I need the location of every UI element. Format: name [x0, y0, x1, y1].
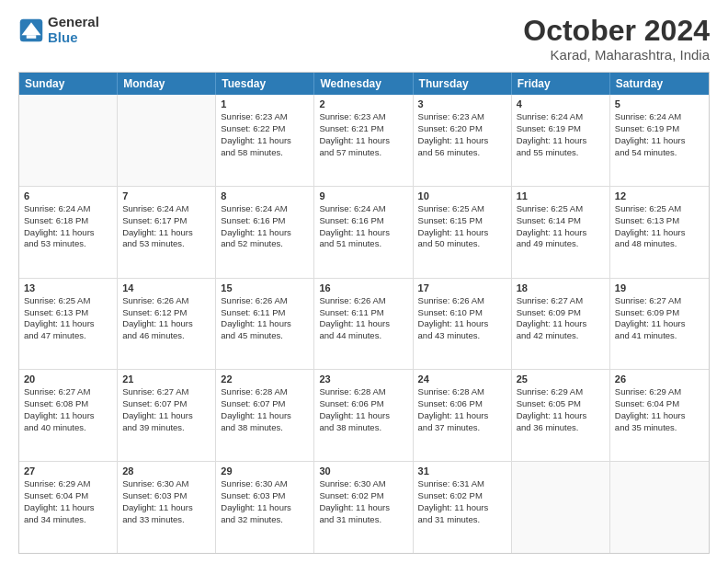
cell-line: Sunset: 6:03 PM [221, 490, 309, 502]
cell-line: Sunset: 6:09 PM [517, 307, 605, 319]
cell-line: Sunset: 6:02 PM [319, 490, 407, 502]
cell-line: Daylight: 11 hours [122, 227, 210, 239]
day-number: 3 [418, 98, 506, 109]
cell-line: Sunset: 6:19 PM [517, 123, 605, 135]
calendar-row-1: 1Sunrise: 6:23 AMSunset: 6:22 PMDaylight… [19, 95, 709, 187]
cell-line: Sunset: 6:04 PM [24, 490, 112, 502]
cell-line: Sunset: 6:15 PM [418, 215, 506, 227]
cell-line: Sunset: 6:06 PM [319, 398, 407, 410]
cell-line: Sunset: 6:05 PM [517, 398, 605, 410]
cell-line: Daylight: 11 hours [24, 410, 112, 422]
cell-line: Sunset: 6:21 PM [319, 123, 407, 135]
day-number: 5 [615, 98, 704, 109]
cal-cell: 20Sunrise: 6:27 AMSunset: 6:08 PMDayligh… [19, 370, 118, 461]
cell-line: Daylight: 11 hours [615, 227, 704, 239]
cal-cell [19, 95, 118, 186]
cal-cell: 23Sunrise: 6:28 AMSunset: 6:06 PMDayligh… [314, 370, 413, 461]
cal-cell: 16Sunrise: 6:26 AMSunset: 6:11 PMDayligh… [314, 279, 413, 370]
cell-line: Sunrise: 6:25 AM [418, 203, 506, 215]
cal-cell: 14Sunrise: 6:26 AMSunset: 6:12 PMDayligh… [118, 279, 216, 370]
cell-line: and 49 minutes. [517, 238, 605, 250]
cell-line: and 40 minutes. [24, 422, 112, 434]
cell-line: Daylight: 11 hours [319, 502, 407, 514]
cell-line: Daylight: 11 hours [24, 502, 112, 514]
cal-cell: 15Sunrise: 6:26 AMSunset: 6:11 PMDayligh… [216, 279, 314, 370]
cell-line: and 38 minutes. [221, 422, 309, 434]
weekday-header-sunday: Sunday [19, 73, 118, 95]
cell-line: Sunset: 6:20 PM [418, 123, 506, 135]
cell-line: Sunrise: 6:27 AM [24, 386, 112, 398]
cell-line: Daylight: 11 hours [221, 135, 309, 147]
cell-line: Sunrise: 6:23 AM [418, 111, 506, 123]
cell-line: Sunrise: 6:27 AM [517, 295, 605, 307]
cell-line: Sunset: 6:13 PM [24, 307, 112, 319]
cell-line: and 54 minutes. [615, 147, 704, 159]
cell-line: Sunrise: 6:26 AM [122, 295, 210, 307]
cell-line: Daylight: 11 hours [221, 502, 309, 514]
cell-line: Daylight: 11 hours [319, 227, 407, 239]
cell-line: Sunrise: 6:23 AM [221, 111, 309, 123]
cell-line: Sunset: 6:18 PM [24, 215, 112, 227]
cell-line: and 41 minutes. [615, 330, 704, 342]
day-number: 23 [319, 373, 407, 385]
day-number: 13 [24, 282, 112, 293]
cal-cell: 5Sunrise: 6:24 AMSunset: 6:19 PMDaylight… [610, 95, 709, 186]
cell-line: Sunset: 6:11 PM [319, 307, 407, 319]
month-title: October 2024 [523, 15, 710, 47]
cell-line: Sunset: 6:16 PM [221, 215, 309, 227]
cell-line: Daylight: 11 hours [517, 410, 605, 422]
cal-cell: 21Sunrise: 6:27 AMSunset: 6:07 PMDayligh… [118, 370, 216, 461]
day-number: 20 [24, 373, 112, 385]
cal-cell: 31Sunrise: 6:31 AMSunset: 6:02 PMDayligh… [414, 462, 512, 553]
cal-cell [512, 462, 610, 553]
cell-line: Daylight: 11 hours [517, 318, 605, 330]
cal-cell [118, 95, 216, 186]
cell-line: Sunrise: 6:29 AM [517, 386, 605, 398]
cell-line: and 45 minutes. [221, 330, 309, 342]
day-number: 15 [221, 282, 309, 293]
cell-line: and 57 minutes. [319, 147, 407, 159]
cell-line: Daylight: 11 hours [418, 410, 506, 422]
calendar-body: 1Sunrise: 6:23 AMSunset: 6:22 PMDaylight… [19, 95, 709, 553]
cell-line: Daylight: 11 hours [122, 410, 210, 422]
cell-line: and 32 minutes. [221, 514, 309, 526]
cal-cell: 18Sunrise: 6:27 AMSunset: 6:09 PMDayligh… [512, 279, 610, 370]
cell-line: and 46 minutes. [122, 330, 210, 342]
cell-line: Sunset: 6:02 PM [418, 490, 506, 502]
cal-cell: 25Sunrise: 6:29 AMSunset: 6:05 PMDayligh… [512, 370, 610, 461]
cell-line: Sunrise: 6:28 AM [418, 386, 506, 398]
cell-line: Sunrise: 6:24 AM [615, 111, 704, 123]
cal-cell: 22Sunrise: 6:28 AMSunset: 6:07 PMDayligh… [216, 370, 314, 461]
cell-line: Sunrise: 6:25 AM [24, 295, 112, 307]
cell-line: and 35 minutes. [615, 422, 704, 434]
day-number: 10 [418, 190, 506, 201]
cell-line: Sunrise: 6:25 AM [615, 203, 704, 215]
cell-line: Sunset: 6:09 PM [615, 307, 704, 319]
day-number: 4 [517, 98, 605, 109]
weekday-header-friday: Friday [512, 73, 610, 95]
cell-line: Daylight: 11 hours [221, 410, 309, 422]
day-number: 24 [418, 373, 506, 385]
cell-line: Daylight: 11 hours [615, 135, 704, 147]
cal-cell: 24Sunrise: 6:28 AMSunset: 6:06 PMDayligh… [414, 370, 512, 461]
calendar-row-5: 27Sunrise: 6:29 AMSunset: 6:04 PMDayligh… [19, 462, 709, 553]
day-number: 26 [615, 373, 704, 385]
cell-line: Daylight: 11 hours [615, 318, 704, 330]
cell-line: Daylight: 11 hours [418, 135, 506, 147]
day-number: 25 [517, 373, 605, 385]
header: General Blue October 2024 Karad, Maharas… [18, 15, 710, 63]
cell-line: Daylight: 11 hours [418, 318, 506, 330]
cell-line: Sunset: 6:07 PM [221, 398, 309, 410]
cell-line: and 53 minutes. [24, 238, 112, 250]
cal-cell: 12Sunrise: 6:25 AMSunset: 6:13 PMDayligh… [610, 187, 709, 278]
cal-cell: 2Sunrise: 6:23 AMSunset: 6:21 PMDaylight… [314, 95, 413, 186]
cell-line: and 39 minutes. [122, 422, 210, 434]
day-number: 29 [221, 465, 309, 477]
cell-line: and 48 minutes. [615, 238, 704, 250]
cell-line: Sunrise: 6:24 AM [319, 203, 407, 215]
day-number: 19 [615, 282, 704, 293]
cell-line: Sunset: 6:13 PM [615, 215, 704, 227]
cal-cell: 13Sunrise: 6:25 AMSunset: 6:13 PMDayligh… [19, 279, 118, 370]
cell-line: Daylight: 11 hours [517, 227, 605, 239]
day-number: 31 [418, 465, 506, 477]
